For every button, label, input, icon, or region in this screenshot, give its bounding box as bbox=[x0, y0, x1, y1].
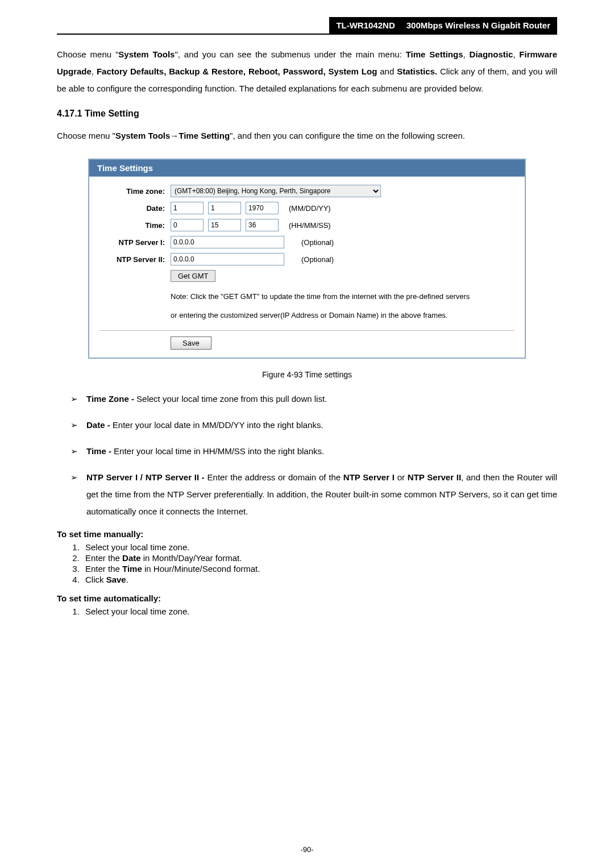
list-item-ntp: NTP Server I / NTP Server II - Enter the… bbox=[73, 469, 557, 520]
ntp1-optional-note: (Optional) bbox=[301, 238, 334, 247]
page-header: TL-WR1042ND 300Mbps Wireless N Gigabit R… bbox=[57, 17, 557, 35]
panel-note-line2: or entering the customized server(IP Add… bbox=[99, 309, 515, 322]
ntp2-input[interactable] bbox=[171, 253, 284, 265]
time-format-note: (HH/MM/SS) bbox=[289, 221, 331, 230]
list-item-time: Time - Enter your local time in HH/MM/SS… bbox=[73, 443, 557, 460]
get-gmt-button[interactable]: Get GMT bbox=[171, 270, 215, 282]
ntp1-label: NTP Server I: bbox=[99, 238, 171, 247]
settings-figure: Time Settings Time zone: (GMT+08:00) Bei… bbox=[88, 159, 526, 359]
ntp2-optional-note: (Optional) bbox=[301, 255, 334, 264]
manual-step-2: Enter the Date in Month/Day/Year format. bbox=[82, 553, 557, 563]
date-format-note: (MM/DD/YY) bbox=[289, 204, 331, 213]
panel-note-line1: Note: Click the "GET GMT" to update the … bbox=[99, 290, 515, 303]
auto-step-1: Select your local time zone. bbox=[82, 607, 557, 616]
manual-step-3: Enter the Time in Hour/Minute/Second for… bbox=[82, 564, 557, 574]
manual-step-1: Select your local time zone. bbox=[82, 542, 557, 552]
feature-list: Time Zone - Select your local time zone … bbox=[57, 391, 557, 520]
panel-title: Time Settings bbox=[89, 160, 525, 177]
section-heading: 4.17.1 Time Setting bbox=[57, 109, 557, 119]
manual-step-4: Click Save. bbox=[82, 575, 557, 584]
model-number: TL-WR1042ND bbox=[329, 17, 401, 34]
section-intro: Choose menu "System Tools→Time Setting",… bbox=[57, 127, 557, 144]
list-item-timezone: Time Zone - Select your local time zone … bbox=[73, 391, 557, 408]
figure-caption: Figure 4-93 Time settings bbox=[57, 370, 557, 379]
time-label: Time: bbox=[99, 221, 171, 230]
panel-divider bbox=[99, 330, 515, 331]
timezone-select[interactable]: (GMT+08:00) Beijing, Hong Kong, Perth, S… bbox=[171, 185, 381, 197]
date-month-input[interactable] bbox=[171, 202, 204, 214]
timezone-label: Time zone: bbox=[99, 187, 171, 196]
time-hour-input[interactable] bbox=[171, 219, 204, 231]
list-item-date: Date - Enter your local date in MM/DD/YY… bbox=[73, 417, 557, 434]
ntp1-input[interactable] bbox=[171, 236, 284, 248]
manual-heading: To set time manually: bbox=[57, 529, 557, 539]
date-label: Date: bbox=[99, 204, 171, 213]
time-minute-input[interactable] bbox=[208, 219, 241, 231]
ntp2-label: NTP Server II: bbox=[99, 255, 171, 264]
manual-steps: Select your local time zone. Enter the D… bbox=[57, 542, 557, 584]
save-button[interactable]: Save bbox=[171, 337, 211, 350]
time-settings-panel: Time Settings Time zone: (GMT+08:00) Bei… bbox=[88, 159, 526, 359]
page-number: -90- bbox=[0, 845, 614, 854]
date-year-input[interactable] bbox=[246, 202, 279, 214]
intro-paragraph: Choose menu "System Tools", and you can … bbox=[57, 46, 557, 97]
auto-heading: To set time automatically: bbox=[57, 593, 557, 603]
time-second-input[interactable] bbox=[246, 219, 279, 231]
product-title: 300Mbps Wireless N Gigabit Router bbox=[402, 17, 557, 34]
auto-steps: Select your local time zone. bbox=[57, 607, 557, 616]
date-day-input[interactable] bbox=[208, 202, 241, 214]
